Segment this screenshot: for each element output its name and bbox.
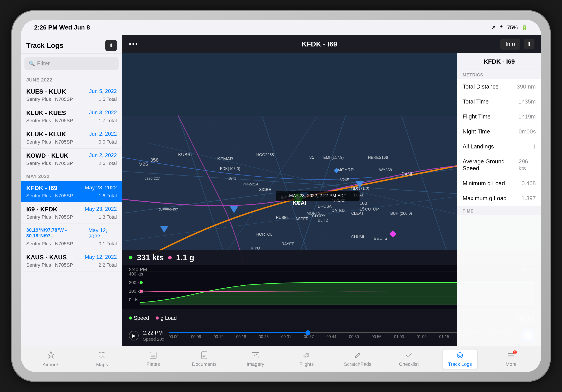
log-aircraft: Sentry Plus | N705SP <box>26 96 73 102</box>
metric-value: 1h19m <box>518 113 536 120</box>
log-total: 1.5 Total <box>98 96 117 102</box>
log-item-kluk-kluk[interactable]: KLUK - KLUK Jun 2, 2022 Sentry Plus | N7… <box>21 127 122 149</box>
tm-7: 00:44 <box>326 335 336 339</box>
share-icon: ⬆ <box>527 41 531 47</box>
svg-text:JUFFR6-457: JUFFR6-457 <box>159 207 178 211</box>
svg-text:HERES166: HERES166 <box>368 155 388 160</box>
maps-icon <box>98 351 106 360</box>
svg-text:MAY 23, 2022, 2:27 PM EDT: MAY 23, 2022, 2:27 PM EDT <box>289 193 346 198</box>
svg-text:ASPER: ASPER <box>295 217 309 221</box>
svg-text:CUTOP: CUTOP <box>365 207 379 212</box>
tab-flights[interactable]: Flights <box>289 351 324 367</box>
timeline-thumb[interactable] <box>305 330 310 335</box>
sidebar-header: Track Logs ⬆ <box>21 35 122 54</box>
play-button[interactable]: ▶ <box>129 331 139 340</box>
svg-text:RAYEE: RAYEE <box>281 242 294 246</box>
metric-value: 1h35m <box>518 98 536 105</box>
svg-point-68 <box>140 281 143 284</box>
tm-1: 00:06 <box>191 335 201 339</box>
log-total: 2.2 Total <box>98 262 117 268</box>
plates-icon <box>149 351 157 360</box>
log-total: 1.6 Total <box>98 193 117 199</box>
metric-row-max-g: Maximum g Load 1.397 <box>457 191 541 206</box>
svg-point-85 <box>459 355 460 356</box>
section-header-may: MAY 2022 <box>21 170 122 181</box>
tab-more[interactable]: 1 More <box>493 351 529 367</box>
share-button[interactable]: ⬆ <box>524 39 534 49</box>
play-icon: ▶ <box>132 333 136 338</box>
tab-track-logs[interactable]: Track Logs <box>442 349 478 369</box>
svg-text:KUBRI: KUBRI <box>178 152 192 157</box>
info-button[interactable]: Info <box>500 39 520 50</box>
metric-row-total-time: Total Time 1h35m <box>457 94 541 109</box>
timeline-current-time: 2:22 PM <box>143 330 164 336</box>
svg-text:HUSEL: HUSEL <box>276 215 289 220</box>
tab-scratchpads[interactable]: ScratchPads <box>340 351 375 367</box>
svg-text:BELTS: BELTS <box>374 236 387 241</box>
svg-text:WY358: WY358 <box>379 168 392 172</box>
log-item-coords[interactable]: 30.19°N/97.78°W - 30.19°N/97... May 12, … <box>21 224 122 250</box>
tm-10: 01:03 <box>394 335 404 339</box>
legend-items: Speed g Load <box>129 315 177 321</box>
info-panel: KFDK - I69 METRICS Total Distance 390 nm… <box>457 53 541 346</box>
time-label: TIME <box>457 206 541 215</box>
tm-12: 01:15 <box>439 335 449 339</box>
log-item-kfdk-i69[interactable]: KFDK - I69 May 23, 2022 Sentry Plus | N7… <box>21 181 122 202</box>
documents-label: Documents <box>192 361 216 367</box>
export-button[interactable]: ⬆ <box>105 40 117 51</box>
metric-row-avg-speed: Average Ground Speed 296 kts <box>457 154 541 176</box>
log-date: May 12, 2022 <box>85 254 117 260</box>
more-icon <box>507 356 515 360</box>
speed-legend-dot <box>129 316 132 320</box>
tm-9: 00:56 <box>372 335 382 339</box>
tab-documents[interactable]: Documents <box>187 351 222 367</box>
tab-maps[interactable]: Maps <box>84 351 120 368</box>
log-route: KUES - KLUK <box>26 88 66 95</box>
device-screen: 2:26 PM Wed Jun 8 ↗ ⇡ 75% 🔋 Track Logs ⬆ <box>21 20 541 372</box>
metric-value: 1 <box>533 143 536 150</box>
svg-text:15: 15 <box>360 207 365 212</box>
tab-imagery[interactable]: Imagery <box>238 351 273 367</box>
svg-text:V25: V25 <box>139 161 148 167</box>
log-item-kluk-kues[interactable]: KLUK - KUES Jun 3, 2022 Sentry Plus | N7… <box>21 106 122 127</box>
log-date: Jun 5, 2022 <box>89 88 117 94</box>
sidebar-title: Track Logs <box>26 41 63 50</box>
tab-plates[interactable]: Plates <box>136 351 171 367</box>
battery-icon: 🔋 <box>521 24 528 31</box>
plates-label: Plates <box>146 361 160 367</box>
tm-5: 00:31 <box>281 335 291 339</box>
svg-text:358: 358 <box>150 157 159 163</box>
tm-2: 00:12 <box>213 335 223 339</box>
log-aircraft: Sentry Plus | N705SP <box>26 241 73 247</box>
log-total: 1.7 Total <box>98 118 117 123</box>
log-item-kowd-kluk[interactable]: KOWD - KLUK Jun 2, 2022 Sentry Plus | N7… <box>21 149 122 170</box>
log-route: KOWD - KLUK <box>26 152 68 159</box>
tab-checklist[interactable]: Checklist <box>391 351 426 367</box>
legend-g-load: g Load <box>156 315 176 321</box>
log-item-i69-kfdk[interactable]: I69 - KFDK May 23, 2022 Sentry Plus | N7… <box>21 202 122 224</box>
svg-text:HORTOL: HORTOL <box>256 232 272 236</box>
track-logs-label: Track Logs <box>448 361 472 367</box>
log-total: 2.6 Total <box>98 161 117 166</box>
right-header: ••• KFDK - I69 Info ⬆ <box>122 35 541 53</box>
svg-rect-80 <box>252 353 259 358</box>
svg-text:MOYRR: MOYRR <box>337 167 354 172</box>
metric-name: Total Time <box>463 98 489 105</box>
search-bar[interactable]: 🔍 Filter <box>24 57 118 70</box>
metric-value: 296 kts <box>519 158 536 172</box>
metric-row-flight-time: Flight Time 1h19m <box>457 109 541 124</box>
main-area: Track Logs ⬆ 🔍 Filter JUNE 2022 KUES - K… <box>21 35 541 346</box>
tab-airports[interactable]: Airports <box>33 351 69 368</box>
tm-11: 01:09 <box>417 335 426 339</box>
g-load-value: 1.1 g <box>176 253 194 262</box>
log-item-kues-kluk[interactable]: KUES - KLUK Jun 5, 2022 Sentry Plus | N7… <box>21 85 122 106</box>
metric-row-night-time: Night Time 0m00s <box>457 124 541 139</box>
log-item-kaus-kaus[interactable]: KAUS - KAUS May 12, 2022 Sentry Plus | N… <box>21 250 122 272</box>
log-total: 0.1 Total <box>98 241 117 247</box>
svg-text:V265: V265 <box>340 178 349 182</box>
checklist-label: Checklist <box>399 361 419 367</box>
status-bar: 2:26 PM Wed Jun 8 ↗ ⇡ 75% 🔋 <box>21 20 541 35</box>
svg-text:J571: J571 <box>228 176 236 180</box>
metric-name: Average Ground Speed <box>463 158 519 172</box>
flights-label: Flights <box>300 361 314 367</box>
